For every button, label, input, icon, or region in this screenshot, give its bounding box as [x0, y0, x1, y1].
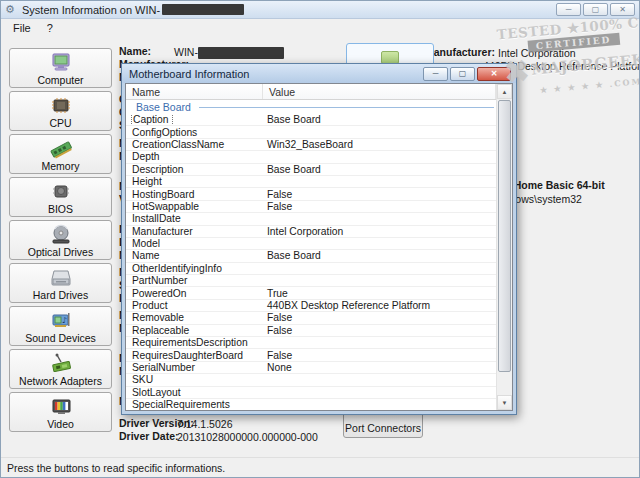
- app-icon: ⚙: [5, 3, 18, 16]
- menu-bar: File ?: [1, 19, 639, 36]
- row-value: True: [263, 288, 496, 299]
- column-header-name[interactable]: Name: [126, 84, 263, 99]
- network-adapter-icon: [48, 353, 74, 377]
- row-name: CreationClassName: [126, 139, 263, 150]
- table-row[interactable]: Height: [126, 176, 496, 188]
- window-title: System Information on WIN-: [22, 4, 160, 16]
- table-row[interactable]: Depth: [126, 151, 496, 163]
- row-name: HostingBoard: [126, 189, 263, 200]
- sidebar-item-cpu[interactable]: CPU: [9, 91, 112, 131]
- title-bar: ⚙ System Information on WIN- ─ ▢ ✕: [1, 1, 639, 19]
- redacted-text: [198, 47, 284, 59]
- row-value: False: [263, 312, 496, 323]
- row-value: False: [263, 325, 496, 336]
- sidebar-item-video[interactable]: Video: [9, 392, 112, 432]
- dialog-maximize-button[interactable]: ▢: [450, 67, 475, 81]
- table-row[interactable]: ManufacturerIntel Corporation: [126, 226, 496, 238]
- scroll-down-arrow-icon[interactable]: ▼: [497, 395, 512, 410]
- sidebar-item-memory[interactable]: Memory: [9, 134, 112, 174]
- status-text: Press the buttons to read specific infor…: [7, 462, 225, 474]
- row-name: RequiresDaughterBoard: [126, 350, 263, 361]
- table-row[interactable]: ConfigOptions: [126, 126, 496, 138]
- video-icon: [49, 396, 73, 420]
- table-row[interactable]: RemovableFalse: [126, 312, 496, 324]
- dialog-minimize-button[interactable]: ─: [423, 67, 448, 81]
- row-name: Replaceable: [126, 325, 263, 336]
- table-row[interactable]: SerialNumberNone: [126, 362, 496, 374]
- minimize-button[interactable]: ─: [556, 3, 581, 16]
- table-row[interactable]: Model: [126, 238, 496, 250]
- sidebar-item-computer[interactable]: Computer: [9, 48, 112, 88]
- row-name: Description: [126, 164, 263, 175]
- listview-header: Name Value: [126, 84, 496, 100]
- dialog-title: Motherboard Information: [129, 68, 249, 80]
- row-name: Manufacturer: [126, 226, 263, 237]
- table-row[interactable]: OtherIdentifyingInfo: [126, 263, 496, 275]
- svg-text:♪: ♪: [62, 316, 67, 325]
- property-listview: Name Value Base Board CaptionBase BoardC…: [125, 83, 513, 411]
- row-value: False: [263, 201, 496, 212]
- table-row[interactable]: PoweredOnTrue: [126, 287, 496, 299]
- table-row[interactable]: HotSwappableFalse: [126, 201, 496, 213]
- row-name: SlotLayout: [126, 387, 263, 398]
- sidebar-item-bios[interactable]: BIOS: [9, 177, 112, 217]
- computer-name-value: WIN-: [174, 46, 284, 59]
- menu-file[interactable]: File: [5, 20, 39, 36]
- cpu-icon: [49, 95, 73, 119]
- optical-drive-icon: [49, 224, 73, 248]
- scrollbar-thumb[interactable]: [498, 100, 511, 372]
- table-row[interactable]: CaptionBase Board: [126, 114, 496, 126]
- dialog-title-bar: Motherboard Information ─ ▢ ✕: [122, 64, 516, 83]
- row-name: PoweredOn: [126, 288, 263, 299]
- sidebar-item-sound-devices[interactable]: ♪ Sound Devices: [9, 306, 112, 346]
- close-button[interactable]: ✕: [610, 3, 635, 16]
- vertical-scrollbar[interactable]: ▲ ▼: [496, 84, 512, 410]
- row-name: SKU: [126, 374, 263, 385]
- table-row[interactable]: SlotLayout: [126, 387, 496, 399]
- row-name: ConfigOptions: [126, 127, 263, 138]
- table-row[interactable]: PartNumber: [126, 275, 496, 287]
- driver-date-label: Driver Date:: [119, 430, 179, 443]
- scroll-up-arrow-icon[interactable]: ▲: [497, 84, 512, 99]
- hard-drive-icon: [49, 267, 73, 291]
- table-row[interactable]: ReplaceableFalse: [126, 325, 496, 337]
- maximize-button[interactable]: ▢: [583, 3, 608, 16]
- group-header: Base Board: [126, 100, 496, 114]
- row-value: False: [263, 189, 496, 200]
- column-header-value[interactable]: Value: [263, 84, 496, 99]
- watermark-stars-com: ★ ★ ★ ★ ★ .COM: [539, 73, 640, 94]
- row-value: 440BX Desktop Reference Platform: [263, 300, 496, 311]
- motherboard-dialog: Motherboard Information ─ ▢ ✕ Name Value…: [121, 63, 517, 415]
- table-row[interactable]: NameBase Board: [126, 250, 496, 262]
- table-row[interactable]: Product440BX Desktop Reference Platform: [126, 300, 496, 312]
- driver-date-value: 20131028000000.000000-000: [177, 431, 318, 443]
- table-row[interactable]: RequirementsDescription: [126, 337, 496, 349]
- table-row[interactable]: SpecialRequirements: [126, 399, 496, 410]
- group-header-line: [199, 107, 494, 108]
- row-name: Removable: [126, 312, 263, 323]
- table-row[interactable]: RequiresDaughterBoardFalse: [126, 349, 496, 361]
- table-row[interactable]: HostingBoardFalse: [126, 188, 496, 200]
- table-row[interactable]: InstallDate: [126, 213, 496, 225]
- row-name: Caption: [126, 114, 263, 125]
- row-name: SerialNumber: [126, 362, 263, 373]
- dialog-close-button[interactable]: ✕: [477, 67, 511, 81]
- sound-card-icon: ♪: [49, 310, 73, 334]
- driver-version-value: 7.14.1.5026: [177, 418, 232, 430]
- table-row[interactable]: CreationClassNameWin32_BaseBoard: [126, 139, 496, 151]
- sidebar-item-hard-drives[interactable]: Hard Drives: [9, 263, 112, 303]
- redacted-text: [162, 4, 244, 15]
- sidebar-item-optical-drives[interactable]: Optical Drives: [9, 220, 112, 260]
- menu-help[interactable]: ?: [39, 20, 61, 36]
- row-name: HotSwappable: [126, 201, 263, 212]
- row-name: Depth: [126, 151, 263, 162]
- row-value: None: [263, 362, 496, 373]
- row-name: PartNumber: [126, 275, 263, 286]
- row-value: Base Board: [263, 250, 496, 261]
- row-value: False: [263, 350, 496, 361]
- table-row[interactable]: DescriptionBase Board: [126, 164, 496, 176]
- sidebar-item-network-adapters[interactable]: Network Adapters: [9, 349, 112, 389]
- table-row[interactable]: SKU: [126, 374, 496, 386]
- row-name: OtherIdentifyingInfo: [126, 263, 263, 274]
- row-value: Win32_BaseBoard: [263, 139, 496, 150]
